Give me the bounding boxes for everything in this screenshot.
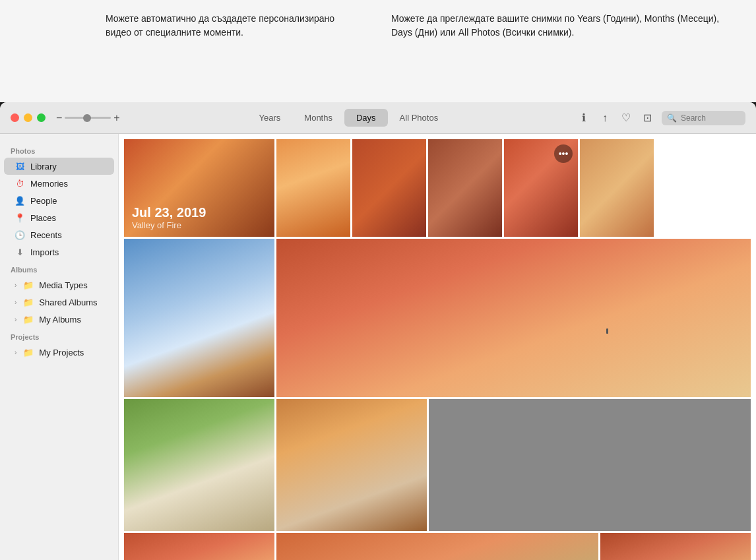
tab-bar: Years Months Days All Photos bbox=[120, 109, 577, 127]
photo-cell-landscape-1[interactable] bbox=[124, 533, 274, 560]
photo-row-2 bbox=[124, 239, 751, 397]
tooltip-right: Можете да преглеждате вашите снимки по Y… bbox=[378, 0, 756, 102]
sidebar-item-label-imports: Imports bbox=[30, 247, 59, 257]
photo-grid[interactable]: Jul 23, 2019 Valley of Fire ••• bbox=[119, 134, 756, 560]
sidebar-item-memories[interactable]: ⏱ Memories bbox=[4, 175, 114, 192]
sidebar-item-places[interactable]: 📍 Places bbox=[4, 209, 114, 226]
photo-cell-panorama[interactable] bbox=[276, 239, 751, 397]
shared-albums-icon: 📁 bbox=[23, 297, 34, 307]
expand-icon-shared-albums: › bbox=[15, 299, 16, 306]
sidebar-item-label-library: Library bbox=[30, 162, 57, 171]
search-box: 🔍 bbox=[662, 111, 745, 125]
library-icon: 🖼 bbox=[15, 161, 25, 171]
tab-all-photos[interactable]: All Photos bbox=[388, 109, 451, 127]
expand-icon-my-projects: › bbox=[15, 349, 16, 356]
my-projects-icon: 📁 bbox=[23, 347, 34, 358]
photo-cell-large-left[interactable] bbox=[124, 239, 274, 397]
search-icon: 🔍 bbox=[667, 113, 677, 123]
info-button[interactable]: ℹ bbox=[577, 111, 590, 125]
tooltip-area: Можете автоматично да създадете персонал… bbox=[0, 0, 756, 102]
places-icon: 📍 bbox=[15, 212, 25, 223]
photo-row-1: Jul 23, 2019 Valley of Fire ••• bbox=[124, 139, 751, 237]
zoom-control: − + bbox=[56, 113, 120, 123]
zoom-out-button[interactable]: − bbox=[56, 113, 62, 123]
sidebar: Photos 🖼 Library ⏱ Memories 👤 People 📍 P… bbox=[0, 134, 119, 560]
search-input[interactable] bbox=[681, 113, 740, 123]
minimize-button[interactable] bbox=[24, 113, 32, 122]
edit-button[interactable]: ⊡ bbox=[641, 111, 654, 125]
person-figure bbox=[606, 328, 608, 334]
tab-months[interactable]: Months bbox=[292, 109, 344, 127]
sidebar-item-media-types[interactable]: › 📁 Media Types bbox=[4, 276, 114, 294]
more-button[interactable]: ••• bbox=[554, 144, 573, 163]
date-group-jul23: Jul 23, 2019 Valley of Fire ••• bbox=[124, 139, 751, 560]
photo-cell[interactable] bbox=[352, 139, 426, 237]
favorite-button[interactable]: ♡ bbox=[619, 111, 633, 125]
tab-days[interactable]: Days bbox=[344, 109, 388, 127]
share-button[interactable]: ↑ bbox=[598, 111, 612, 125]
date-overlay-cell: Jul 23, 2019 Valley of Fire bbox=[124, 139, 274, 237]
maximize-button[interactable] bbox=[37, 113, 46, 122]
albums-section-label: Albums bbox=[0, 261, 118, 276]
photo-cell[interactable] bbox=[428, 139, 502, 237]
date-subtitle-jul23: Valley of Fire bbox=[132, 220, 267, 230]
app-window: − + Years Months Days All Photos ℹ ↑ ♡ ⊡… bbox=[0, 102, 756, 560]
media-types-icon: 📁 bbox=[23, 280, 34, 290]
imports-icon: ⬇ bbox=[15, 247, 25, 257]
sidebar-item-my-projects[interactable]: › 📁 My Projects bbox=[4, 344, 114, 361]
sidebar-item-shared-albums[interactable]: › 📁 Shared Albums bbox=[4, 294, 114, 311]
expand-icon-media-types: › bbox=[15, 282, 16, 289]
sidebar-item-label-shared-albums: Shared Albums bbox=[39, 297, 97, 307]
photo-cell-empty bbox=[429, 399, 751, 531]
traffic-lights bbox=[11, 113, 46, 122]
sidebar-item-recents[interactable]: 🕒 Recents bbox=[4, 226, 114, 243]
zoom-slider[interactable] bbox=[65, 117, 111, 119]
memories-icon: ⏱ bbox=[15, 178, 25, 189]
photos-section-label: Photos bbox=[0, 142, 118, 158]
photo-row-4: +3 bbox=[124, 533, 751, 560]
sidebar-item-label-places: Places bbox=[30, 213, 56, 223]
expand-icon-my-albums: › bbox=[15, 316, 16, 323]
photo-cell-portrait-1[interactable] bbox=[124, 399, 274, 531]
photo-cell-road[interactable]: +3 bbox=[600, 533, 751, 560]
sidebar-item-label-recents: Recents bbox=[30, 230, 62, 240]
zoom-slider-thumb bbox=[83, 114, 91, 122]
photo-cell[interactable] bbox=[580, 139, 654, 237]
sidebar-item-library[interactable]: 🖼 Library bbox=[4, 158, 114, 175]
photo-cell[interactable] bbox=[276, 139, 350, 237]
main-content: Photos 🖼 Library ⏱ Memories 👤 People 📍 P… bbox=[0, 134, 756, 560]
title-bar: − + Years Months Days All Photos ℹ ↑ ♡ ⊡… bbox=[0, 102, 756, 134]
date-title-jul23: Jul 23, 2019 bbox=[132, 205, 267, 220]
sidebar-item-label-my-projects: My Projects bbox=[39, 348, 84, 358]
my-albums-icon: 📁 bbox=[23, 314, 34, 325]
photo-cell[interactable]: ••• bbox=[504, 139, 578, 237]
toolbar-actions: ℹ ↑ ♡ ⊡ 🔍 bbox=[577, 111, 745, 125]
tab-years[interactable]: Years bbox=[247, 109, 293, 127]
tooltip-left: Можете автоматично да създадете персонал… bbox=[0, 0, 378, 102]
sidebar-item-my-albums[interactable]: › 📁 My Albums bbox=[4, 311, 114, 328]
sidebar-item-people[interactable]: 👤 People bbox=[4, 192, 114, 209]
sidebar-item-label-people: People bbox=[30, 196, 57, 206]
recents-icon: 🕒 bbox=[15, 230, 25, 240]
sidebar-item-label-media-types: Media Types bbox=[39, 280, 87, 290]
photo-cell-portrait-2[interactable] bbox=[276, 399, 427, 531]
people-icon: 👤 bbox=[15, 195, 25, 206]
sidebar-item-imports[interactable]: ⬇ Imports bbox=[4, 243, 114, 261]
zoom-in-button[interactable]: + bbox=[113, 113, 119, 123]
projects-section-label: Projects bbox=[0, 328, 118, 344]
photo-cell-landscape-2[interactable] bbox=[276, 533, 598, 560]
sidebar-item-label-my-albums: My Albums bbox=[39, 315, 81, 325]
sidebar-item-label-memories: Memories bbox=[30, 179, 68, 189]
photo-row-3 bbox=[124, 399, 751, 531]
close-button[interactable] bbox=[11, 113, 19, 122]
